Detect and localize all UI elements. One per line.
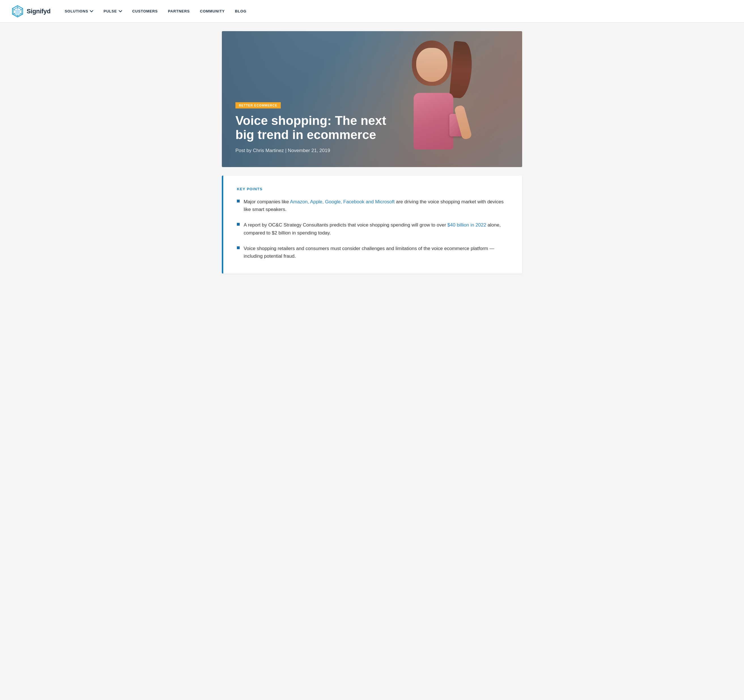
bullet-icon [237,200,240,202]
hero-title: Voice shopping: The next big trend in ec… [235,114,405,142]
key-point-item: Voice shopping retailers and consumers m… [237,245,509,260]
key-point-text-1: Major companies like Amazon, Apple, Goog… [244,198,509,213]
nav-community[interactable]: COMMUNITY [200,9,225,13]
logo-icon [11,5,24,18]
key-points-list: Major companies like Amazon, Apple, Goog… [237,198,509,260]
nav-partners[interactable]: PARTNERS [168,9,190,13]
hero-section: BETTER ECOMMERCE Voice shopping: The nex… [222,31,522,167]
key-points-title: KEY POINTS [237,187,509,191]
svg-line-7 [12,13,15,14]
chevron-down-icon [90,10,93,13]
key-point-item: A report by OC&C Strategy Consultants pr… [237,221,509,236]
nav-pulse[interactable]: PULSE [103,9,122,13]
main-content: BETTER ECOMMERCE Voice shopping: The nex… [216,23,528,291]
hero-image: BETTER ECOMMERCE Voice shopping: The nex… [222,31,522,167]
key-points-card: KEY POINTS Major companies like Amazon, … [222,175,522,273]
key-point-text-2: A report by OC&C Strategy Consultants pr… [244,221,509,236]
revenue-link[interactable]: $40 billion in 2022 [447,222,486,228]
nav-solutions[interactable]: SOLUTIONS [65,9,93,13]
bullet-icon [237,223,240,226]
category-badge[interactable]: BETTER ECOMMERCE [235,102,281,108]
key-point-text-3: Voice shopping retailers and consumers m… [244,245,509,260]
hero-content: BETTER ECOMMERCE Voice shopping: The nex… [222,91,522,167]
svg-marker-2 [15,9,20,15]
nav-customers[interactable]: CUSTOMERS [132,9,158,13]
bullet-icon [237,246,240,249]
tech-companies-link[interactable]: Amazon, Apple, Google, Facebook and Micr… [290,199,394,204]
site-header: Signifyd SOLUTIONS PULSE CUSTOMERS PARTN… [0,0,744,23]
key-point-item: Major companies like Amazon, Apple, Goog… [237,198,509,213]
logo-text: Signifyd [27,7,51,15]
main-nav: SOLUTIONS PULSE CUSTOMERS PARTNERS COMMU… [65,9,247,13]
hero-meta: Post by Chris Martinez | November 21, 20… [235,148,509,153]
svg-line-5 [20,13,23,14]
logo-link[interactable]: Signifyd [11,5,51,18]
nav-blog[interactable]: BLOG [235,9,247,13]
chevron-down-icon [119,10,122,13]
